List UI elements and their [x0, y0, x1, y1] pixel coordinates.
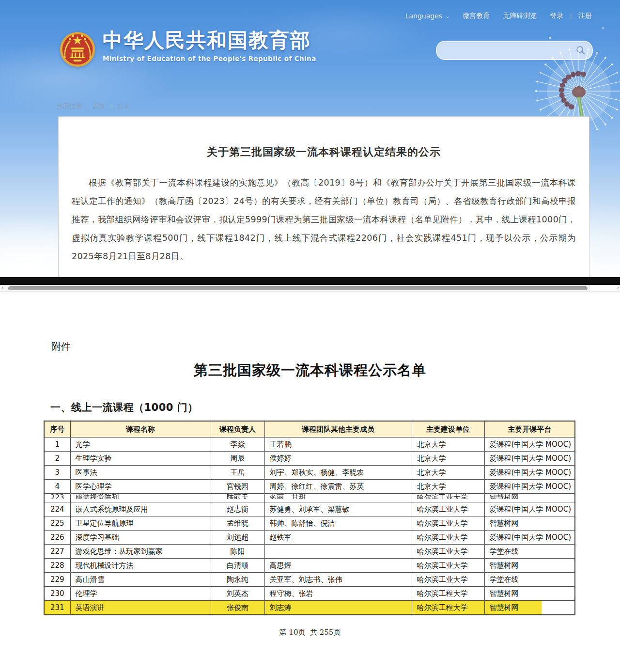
construction-unit: 北京大学: [412, 466, 484, 480]
page-root: Languages ⌄ 微言教育 无障碍浏览 登录 | 注册: [0, 0, 620, 672]
platform: 爱课程(中国大学 MOOC): [484, 438, 575, 452]
site-subtitle: Ministry of Education of the People's Re…: [103, 55, 316, 63]
course-leader: 张俊南: [211, 601, 264, 615]
table-row: 230伦理学刘英杰程守梅、张岩哈尔滨工程大学智慧树网: [44, 587, 575, 601]
breadcrumb-home-link[interactable]: 首页: [93, 102, 106, 110]
platform: 智慧树网: [484, 559, 575, 573]
course-leader: 陶永纯: [211, 573, 264, 587]
breadcrumb: 当前位置： 首页 > 公示: [56, 102, 130, 110]
table-row-partial: 223服装视觉陈列陈丽天多丽、甘甜哈尔滨工业大学智慧树网: [44, 494, 575, 502]
table-row: 2生理学实验周辰侯婷婷北京大学爱课程(中国大学 MOOC): [44, 452, 575, 466]
window-divider-bar: [0, 277, 620, 285]
construction-unit: 哈尔滨工业大学: [412, 531, 484, 545]
pagination-info: 第 10页 共 255页: [0, 628, 620, 637]
login-link[interactable]: 登录: [550, 12, 563, 20]
course-leader: 周辰: [211, 452, 264, 466]
row-index: 223: [44, 494, 70, 502]
table-row: 224嵌入式系统原理及应用赵志衡苏健勇、刘承军、梁慧敏哈尔滨工业大学爱课程(中国…: [44, 502, 575, 516]
row-index: 229: [44, 573, 70, 587]
construction-unit: 哈尔滨工程大学: [412, 601, 484, 615]
nav-divider: |: [570, 12, 572, 20]
national-emblem-logo: [59, 29, 96, 70]
team-members: 赵铁军: [264, 531, 412, 545]
platform: 爱课程(中国大学 MOOC): [484, 480, 575, 494]
team-members: 多丽、甘甜: [264, 494, 412, 502]
course-leader: 王岳: [211, 466, 264, 480]
construction-unit: 哈尔滨工业大学: [412, 502, 484, 516]
announcement-body: 根据《教育部关于一流本科课程建设的实施意见》（教高〔2019〕8号）和《教育部办…: [72, 174, 576, 266]
breadcrumb-separator: >: [109, 103, 114, 109]
course-leader: 李焱: [211, 438, 264, 452]
breadcrumb-prefix: 当前位置：: [56, 102, 89, 110]
table-row: 3医事法王岳刘宇、郑秋实、杨健、李晓农北京大学爱课程(中国大学 MOOC): [44, 466, 575, 480]
course-name: 伦理学: [70, 587, 211, 601]
table-row: 227游戏化思维：从玩家到赢家陈阳哈尔滨工业大学学堂在线: [44, 545, 575, 559]
row-index: 230: [44, 587, 70, 601]
site-logo-block: 中华人民共和国教育部 Ministry of Education of the …: [59, 29, 316, 70]
column-header-leader: 课程负责人: [211, 421, 264, 438]
scroll-left-arrow-icon[interactable]: ‹: [1, 284, 3, 291]
platform: 学堂在线: [484, 573, 575, 587]
scroll-right-arrow-icon[interactable]: ›: [617, 284, 619, 291]
platform: 智慧树网: [484, 587, 575, 601]
row-index: 231: [44, 601, 70, 615]
column-header-platform: 主要开课平台: [484, 421, 575, 438]
scrollbar-thumb[interactable]: [8, 286, 588, 290]
course-leader: 白清顺: [211, 559, 264, 573]
search-input[interactable]: [437, 42, 575, 59]
construction-unit: 哈尔滨工业大学: [412, 573, 484, 587]
table-row: 4医学心理学官锐园周婷、徐红红、徐震雷、苏英北京大学爱课程(中国大学 MOOC): [44, 480, 575, 494]
course-name: 英语演讲: [70, 601, 211, 615]
course-table: 序号 课程名称 课程负责人 课程团队其他主要成员 主要建设单位 主要开课平台 1…: [44, 421, 575, 615]
course-leader: 陈丽天: [211, 494, 264, 502]
register-link[interactable]: 注册: [578, 12, 592, 20]
top-navigation: Languages ⌄ 微言教育 无障碍浏览 登录 | 注册: [405, 12, 592, 20]
course-name: 生理学实验: [70, 452, 211, 466]
platform: 爱课程(中国大学 MOOC): [484, 502, 575, 516]
course-name: 游戏化思维：从玩家到赢家: [70, 545, 211, 559]
row-index: 227: [44, 545, 70, 559]
table-row: 228现代机械设计方法白清顺高思煜哈尔滨工业大学智慧树网: [44, 559, 575, 573]
table-header-row: 序号 课程名称 课程负责人 课程团队其他主要成员 主要建设单位 主要开课平台: [44, 421, 575, 438]
nav-link-weiyan-edu[interactable]: 微言教育: [463, 12, 490, 20]
course-name: 高山滑雪: [70, 573, 211, 587]
team-members: 程守梅、张岩: [264, 587, 412, 601]
announcement-title: 关于第三批国家级一流本科课程认定结果的公示: [59, 145, 589, 159]
course-leader: 孟维晓: [211, 516, 264, 531]
site-title: 中华人民共和国教育部: [103, 29, 316, 52]
nav-link-accessibility[interactable]: 无障碍浏览: [503, 12, 537, 20]
horizontal-scrollbar[interactable]: ‹ ›: [0, 285, 620, 292]
team-members: [264, 545, 412, 559]
search-icon[interactable]: [575, 45, 586, 56]
platform: 智慧树网: [484, 601, 575, 615]
column-header-unit: 主要建设单位: [412, 421, 484, 438]
platform: 学堂在线: [484, 545, 575, 559]
chevron-down-icon: ⌄: [445, 13, 450, 19]
row-index: 224: [44, 502, 70, 516]
team-members: 苏健勇、刘承军、梁慧敏: [264, 502, 412, 516]
site-header: Languages ⌄ 微言教育 无障碍浏览 登录 | 注册: [0, 0, 620, 277]
construction-unit: 哈尔滨工业大学: [412, 516, 484, 531]
course-leader: 官锐园: [211, 480, 264, 494]
breadcrumb-current[interactable]: 公示: [117, 102, 130, 110]
row-index: 4: [44, 480, 70, 494]
language-selector[interactable]: Languages ⌄: [405, 12, 450, 20]
course-name: 深度学习基础: [70, 531, 211, 545]
announcement-panel: 关于第三批国家级一流本科课程认定结果的公示 根据《教育部关于一流本科课程建设的实…: [58, 116, 589, 277]
column-header-course-name: 课程名称: [70, 421, 211, 438]
team-members: 刘宇、郑秋实、杨健、李晓农: [264, 466, 412, 480]
construction-unit: 哈尔滨工程大学: [412, 587, 484, 601]
table-row: 229高山滑雪陶永纯关亚军、刘志书、张伟哈尔滨工业大学学堂在线: [44, 573, 575, 587]
language-label: Languages: [405, 12, 442, 20]
platform: 智慧树网: [484, 494, 575, 502]
platform: 智慧树网: [484, 516, 575, 531]
row-index: 228: [44, 559, 70, 573]
document-title: 第三批国家级一流本科课程公示名单: [0, 361, 620, 380]
course-name: 医事法: [70, 466, 211, 480]
section-heading: 一、线上一流课程（1000 门）: [50, 401, 620, 414]
course-name: 医学心理学: [70, 480, 211, 494]
row-index: 3: [44, 466, 70, 480]
row-index: 2: [44, 452, 70, 466]
row-index: 225: [44, 516, 70, 531]
construction-unit: 北京大学: [412, 452, 484, 466]
